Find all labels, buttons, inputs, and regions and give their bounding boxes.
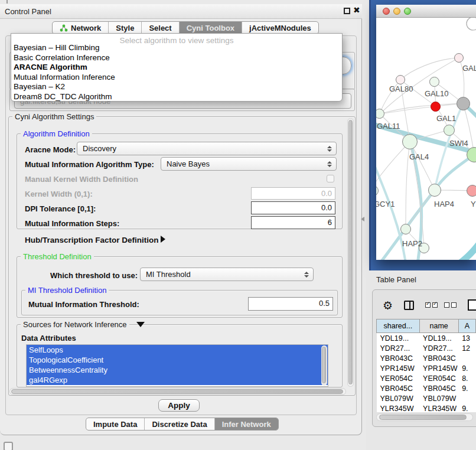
network-window-titlebar bbox=[376, 5, 476, 18]
network-node-gal1[interactable] bbox=[444, 125, 455, 136]
network-node-gray[interactable] bbox=[457, 97, 470, 110]
node-label: HAP2 bbox=[402, 239, 422, 248]
table-row[interactable]: YBR045CYBR045C9. bbox=[377, 383, 476, 393]
page-icon[interactable] bbox=[468, 299, 476, 311]
settings-hscrollbar[interactable] bbox=[9, 388, 346, 395]
table-row[interactable]: YPR145WYPR145W9. bbox=[377, 363, 476, 373]
tab-discretize-data[interactable]: Discretize Data bbox=[145, 418, 214, 430]
close-icon[interactable]: ✖ bbox=[353, 5, 360, 15]
which-threshold-label: Which threshold to use: bbox=[50, 271, 138, 280]
tab-network[interactable]: Network bbox=[53, 22, 109, 34]
window-close-icon[interactable] bbox=[383, 8, 390, 15]
network-node-hap4[interactable] bbox=[428, 184, 441, 197]
attribute-item-selected[interactable]: SelfLoops bbox=[27, 345, 328, 355]
show-columns-icon[interactable] bbox=[425, 302, 438, 308]
tab-impute-data[interactable]: Impute Data bbox=[86, 418, 145, 430]
combo-stepper-icon bbox=[327, 161, 332, 167]
attribute-item-selected[interactable]: BetweennessCentrality bbox=[27, 365, 328, 375]
mi-threshold-label: Mutual Information Threshold: bbox=[28, 300, 139, 309]
split-divider-arrow-icon[interactable] bbox=[361, 217, 364, 221]
data-attributes-list[interactable]: SelfLoops TopologicalCoefficient Between… bbox=[26, 344, 328, 387]
attributes-vscrollbar-thumb[interactable] bbox=[322, 347, 326, 383]
mi-type-label: Mutual Information Algorithm Type: bbox=[25, 160, 154, 169]
network-node-gal4[interactable] bbox=[402, 134, 418, 149]
network-view-window: GAL GAL80 GAL10 GAL1 GAL11 SWI4 GAL4 GCY… bbox=[376, 5, 476, 260]
algorithm-definition-title: Algorithm Definition bbox=[21, 129, 92, 138]
algorithm-item-selected[interactable]: ARACNE Algorithm bbox=[12, 63, 342, 73]
hide-columns-icon[interactable] bbox=[444, 302, 457, 308]
manual-kernel-checkbox[interactable] bbox=[327, 175, 334, 182]
manual-kernel-label: Manual Kernel Width Definition bbox=[25, 175, 138, 184]
which-threshold-combo[interactable]: MI Threshold bbox=[140, 268, 314, 281]
algorithm-item[interactable]: Bayesian – K2 bbox=[12, 82, 342, 92]
kernel-width-label: Kernel Width (0,1): bbox=[25, 190, 93, 198]
algorithm-item[interactable]: Mutual Information Inference bbox=[12, 73, 342, 83]
table-row[interactable]: YBR043CYBR043C bbox=[377, 353, 476, 363]
node-label: GAL11 bbox=[377, 122, 400, 131]
tab-infer-network[interactable]: Infer Network bbox=[215, 418, 278, 430]
columns-icon[interactable] bbox=[404, 301, 414, 310]
hub-definition-label[interactable]: Hub/Transcription Factor Definition bbox=[25, 236, 159, 244]
node-label: GAL4 bbox=[409, 152, 429, 161]
attributes-vscrollbar[interactable] bbox=[321, 345, 327, 386]
algorithm-item[interactable]: Basic Correlation Inference bbox=[12, 53, 342, 63]
expand-arrow-icon[interactable] bbox=[136, 322, 145, 327]
network-node-gal80[interactable] bbox=[396, 75, 405, 84]
node-label: Y bbox=[471, 200, 476, 208]
gear-icon[interactable]: ⚙ bbox=[383, 299, 393, 312]
mi-threshold-group-title: MI Threshold Definition bbox=[25, 286, 109, 295]
table-row[interactable]: YLR345WYLR345W9. bbox=[377, 403, 476, 412]
data-attributes-label: Data Attributes bbox=[21, 334, 76, 343]
table-row[interactable]: YDR27...YDR27...12 bbox=[377, 343, 476, 353]
mi-steps-label: Mutual Information Steps: bbox=[25, 219, 119, 228]
network-node-red[interactable] bbox=[431, 102, 441, 112]
settings-vscrollbar-thumb[interactable] bbox=[348, 120, 353, 384]
dpi-tolerance-field[interactable]: 0.0 bbox=[251, 201, 335, 214]
column-header-shared-name[interactable]: shared... bbox=[377, 319, 420, 333]
aracne-mode-combo[interactable]: Discovery bbox=[77, 142, 337, 155]
table-row[interactable]: YDL19...YDL19...13 bbox=[377, 333, 476, 344]
table-hscrollbar-thumb[interactable] bbox=[379, 415, 467, 420]
node-label: GAL bbox=[462, 64, 476, 73]
column-header-partial[interactable]: A bbox=[458, 319, 475, 333]
dpi-tolerance-label: DPI Tolerance [0,1]: bbox=[25, 204, 96, 213]
mi-type-combo[interactable]: Naive Bayes bbox=[161, 157, 337, 171]
dropdown-placeholder: Select algorithm to view settings bbox=[11, 36, 342, 45]
kernel-width-field[interactable]: 0.0 bbox=[251, 187, 335, 200]
tab-cyni-toolbox[interactable]: Cyni Toolbox bbox=[180, 22, 242, 34]
tab-select[interactable]: Select bbox=[142, 22, 179, 34]
node-table[interactable]: shared... name A YDL19...YDL19...13 YDR2… bbox=[376, 319, 476, 412]
sources-group-title: Sources for Network Inference bbox=[21, 320, 129, 329]
node-label: GAL1 bbox=[436, 114, 456, 123]
control-panel-tabbar: Network Style Select Cyni Toolbox jActiv… bbox=[52, 21, 319, 34]
column-header-name[interactable]: name bbox=[419, 319, 458, 333]
network-node-gal10[interactable] bbox=[429, 77, 439, 87]
apply-button[interactable]: Apply bbox=[158, 399, 200, 412]
table-hscrollbar[interactable] bbox=[376, 413, 473, 421]
network-node-hap2[interactable] bbox=[400, 224, 411, 234]
network-node[interactable] bbox=[454, 53, 464, 63]
panel-dock-icon[interactable] bbox=[4, 442, 13, 450]
tab-style[interactable]: Style bbox=[109, 22, 142, 34]
algorithm-item[interactable]: Dream8 DC_TDC Algorithm bbox=[12, 92, 342, 102]
network-tab-icon bbox=[60, 24, 68, 32]
settings-hscrollbar-thumb[interactable] bbox=[11, 389, 343, 394]
collapse-arrow-icon[interactable] bbox=[161, 236, 165, 243]
float-window-icon[interactable] bbox=[344, 8, 350, 14]
attribute-item-selected[interactable]: gal4RGexp bbox=[27, 375, 328, 385]
window-zoom-icon[interactable] bbox=[404, 8, 411, 15]
network-node-salmon[interactable] bbox=[467, 185, 476, 197]
settings-vscrollbar[interactable] bbox=[347, 118, 354, 387]
window-minimize-icon[interactable] bbox=[393, 8, 400, 15]
node-label: GCY1 bbox=[376, 200, 395, 208]
attribute-item-selected[interactable]: TopologicalCoefficient bbox=[27, 355, 328, 365]
combo-stepper-icon bbox=[304, 272, 309, 278]
algorithm-dropdown-popup: Select algorithm to view settings Bayesi… bbox=[11, 33, 343, 102]
table-row[interactable]: YBL079WYBL079W bbox=[377, 393, 476, 403]
table-row[interactable]: YER054CYER054C8. bbox=[377, 373, 476, 383]
mi-steps-field[interactable]: 6 bbox=[251, 216, 335, 229]
tab-jactivemnodules[interactable]: jActiveMNodules bbox=[242, 22, 318, 34]
network-canvas[interactable]: GAL GAL80 GAL10 GAL1 GAL11 SWI4 GAL4 GCY… bbox=[376, 18, 476, 260]
node-label: HAP4 bbox=[434, 200, 454, 208]
mi-threshold-field[interactable]: 0.5 bbox=[248, 297, 333, 311]
